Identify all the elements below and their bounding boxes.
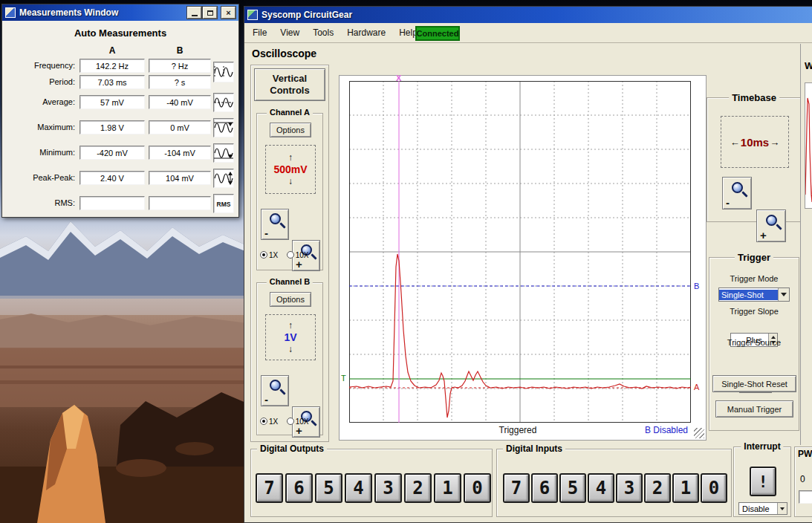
menu-view[interactable]: View (279, 26, 300, 39)
maximize-button[interactable] (203, 7, 217, 19)
down-arrow-icon: ↓ (288, 177, 293, 186)
circuitgear-titlebar[interactable]: Syscomp CircuitGear (244, 7, 812, 23)
frequency-period-icon (213, 62, 234, 82)
connected-indicator[interactable]: Connected (415, 26, 460, 41)
channel-b-label[interactable]: B (694, 282, 699, 290)
minus-sign: - (264, 394, 268, 405)
rms-icon-text: RMS (217, 201, 231, 208)
channel-b-options-button[interactable]: Options (270, 292, 311, 307)
period-a-value: 7.03 ms (79, 75, 145, 89)
measurement-row-frequency: Frequency: 142.2 Hz ? Hz (4, 59, 236, 73)
digital-output-5[interactable]: 5 (315, 473, 342, 503)
radio-selected-icon (260, 418, 267, 425)
single-shot-reset-button[interactable]: Single-Shot Reset (712, 375, 796, 392)
right-arrow-icon: → (770, 137, 779, 148)
digital-output-6[interactable]: 6 (285, 473, 313, 503)
pwm-panel-sliver: PW 0 (794, 446, 812, 517)
timebase-zoom-out-button[interactable]: - (722, 177, 752, 209)
rms-icon: RMS (213, 194, 234, 213)
channel-b-zoom-out-button[interactable]: - (261, 375, 289, 406)
screen: Measurements Window × Auto Measurements … (0, 0, 812, 523)
app-icon (247, 10, 258, 20)
magnifier-minus-icon (730, 181, 748, 199)
magnifier-minus-icon (268, 379, 286, 397)
channel-b-legend: Channel B (267, 277, 313, 286)
channel-a-1x-radio[interactable]: 1X (260, 247, 278, 260)
measurements-window-titlebar[interactable]: Measurements Window × (2, 4, 238, 21)
interrupt-mode-combobox[interactable]: Disable (738, 502, 787, 515)
resize-grip[interactable] (694, 428, 704, 438)
interrupt-panel: Interrupt ! Disable (733, 446, 791, 517)
measurement-label: Maximum: (4, 123, 75, 131)
channel-a-label[interactable]: A (694, 383, 699, 392)
digital-input-2: 2 (644, 473, 671, 503)
combo-arrow-button[interactable] (778, 288, 789, 301)
minimize-button[interactable] (187, 7, 201, 19)
measurement-row-peakpeak: Peak-Peak: 2.40 V 104 mV (4, 171, 236, 185)
measurements-window: Measurements Window × Auto Measurements … (1, 4, 239, 218)
pwm-title-sliver: PW (798, 449, 812, 459)
waveform-preview-sliver (805, 82, 812, 209)
digital-output-4[interactable]: 4 (345, 473, 372, 503)
minimize-icon (192, 15, 198, 16)
trigger-mode-value: Single-Shot (719, 290, 778, 300)
digital-input-1: 1 (672, 473, 699, 503)
menu-tools[interactable]: Tools (312, 26, 334, 39)
trigger-status: Triggered (444, 425, 592, 435)
trigger-level-label[interactable]: T (341, 374, 346, 383)
interrupt-mode-value: Disable (739, 504, 770, 513)
trigger-mode-combobox[interactable]: Single-Shot (718, 288, 790, 302)
digital-outputs-panel: Digital Outputs 7 6 5 4 3 2 1 0 (250, 449, 493, 517)
menu-hardware[interactable]: Hardware (346, 26, 386, 39)
radio-icon (287, 418, 294, 425)
digital-output-1[interactable]: 1 (434, 473, 461, 503)
peakpeak-a-value: 2.40 V (79, 171, 145, 185)
menu-file[interactable]: File (252, 26, 267, 39)
combo-arrow-button[interactable] (777, 503, 787, 514)
digital-input-0: 0 (701, 473, 727, 503)
timebase-legend: Timebase (729, 92, 779, 103)
up-arrow-icon: ↑ (288, 321, 293, 330)
down-arrow-icon: ↓ (288, 345, 293, 354)
digital-output-0[interactable]: 0 (464, 473, 491, 503)
timebase-zoom-in-button[interactable]: + (756, 209, 786, 242)
maximum-a-value: 1.98 V (79, 120, 145, 134)
channel-b-range-display: ↑ 1V ↓ (265, 314, 316, 360)
x-cursor-label[interactable]: X (396, 74, 401, 82)
digital-output-2[interactable]: 2 (404, 473, 432, 503)
column-header-a: A (79, 45, 145, 56)
timebase-display: ← 10ms → (721, 116, 789, 168)
channel-a-options-button[interactable]: Options (270, 123, 311, 137)
digital-output-7[interactable]: 7 (256, 473, 283, 503)
scope-display[interactable]: X T B A Triggered B Disabled (339, 75, 707, 441)
close-button[interactable]: × (221, 7, 236, 19)
measurement-row-rms: RMS: (4, 196, 236, 210)
scope-plot[interactable] (349, 81, 691, 423)
measurement-label: Average: (4, 97, 75, 106)
left-arrow-icon: ← (730, 137, 740, 148)
interrupt-button[interactable]: ! (750, 467, 776, 496)
digital-output-3[interactable]: 3 (374, 473, 402, 503)
channel-b-1x-radio[interactable]: 1X (260, 414, 278, 426)
channel-b-range-value: 1V (284, 331, 296, 343)
manual-trigger-button[interactable]: Manual Trigger (715, 400, 793, 418)
pwm-entry-sliver[interactable] (799, 490, 812, 504)
period-b-value: ? s (149, 75, 211, 89)
menubar: File View Tools Hardware Help Connected (244, 23, 812, 43)
channel-a-zoom-out-button[interactable]: - (261, 209, 289, 240)
measurements-window-title: Measurements Window (19, 7, 186, 18)
channel-b-frame: Channel B Options ↑ 1V ↓ - + 1X 10X (256, 282, 323, 435)
channel-b-probe-radios: 1X 10X (260, 414, 308, 427)
measurements-window-icon (5, 7, 16, 18)
waveform-generator-panel-sliver: W (800, 44, 812, 445)
digital-input-6: 6 (531, 473, 558, 503)
column-header-b: B (149, 45, 211, 56)
channel-b-10x-radio[interactable]: 10X (287, 414, 309, 426)
trigger-source-label: Trigger Source (709, 338, 799, 347)
channel-a-range-value: 500mV (273, 163, 307, 175)
digital-input-5: 5 (559, 473, 586, 503)
channel-a-10x-radio[interactable]: 10X (287, 247, 309, 260)
channel-a-frame: Channel A Options ↑ 500mV ↓ - + 1X 10 (256, 113, 323, 270)
peak-peak-icon (213, 169, 234, 188)
rms-b-value (149, 196, 211, 210)
